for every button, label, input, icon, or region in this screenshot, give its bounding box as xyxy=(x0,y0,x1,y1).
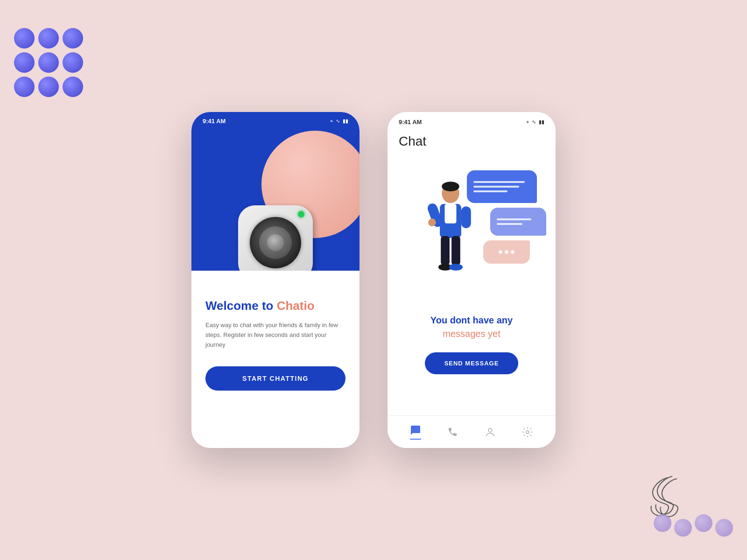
brand-name: Chatio xyxy=(277,299,315,313)
svg-rect-3 xyxy=(445,204,457,224)
bubble-line xyxy=(497,223,522,225)
chat-empty-state: You dont have any messages yet SEND MESS… xyxy=(388,306,556,385)
welcome-title: Welcome to Chatio xyxy=(205,299,345,313)
typing-dots xyxy=(499,250,514,254)
welcome-text: Welcome to xyxy=(205,299,277,313)
battery-icon: ▮▮ xyxy=(343,118,348,124)
phone1-welcome: 9:41 AM ⌖ ∿ ▮▮ xyxy=(191,112,359,448)
send-message-button[interactable]: SEND MESSAGE xyxy=(425,352,518,374)
settings-nav-icon xyxy=(522,427,533,438)
camera-device-illustration xyxy=(233,205,317,271)
chat-illustration xyxy=(388,156,556,306)
time-phone1: 9:41 AM xyxy=(203,118,226,125)
wifi-icon: ∿ xyxy=(336,118,340,124)
start-chatting-button[interactable]: START CHATTING xyxy=(205,366,345,391)
bubble-line xyxy=(473,181,525,183)
nav-chat[interactable] xyxy=(410,425,421,440)
wifi-icon-2: ∿ xyxy=(532,119,536,125)
deco-ball-sm xyxy=(715,519,733,537)
bluetooth-icon-2: ⌖ xyxy=(526,119,529,125)
camera-lens-core xyxy=(267,234,284,251)
bottom-navigation xyxy=(388,415,556,448)
deco-ball xyxy=(63,28,83,49)
time-phone2: 9:41 AM xyxy=(399,119,422,126)
deco-ball xyxy=(63,52,83,73)
svg-point-11 xyxy=(488,428,492,432)
nav-phone[interactable] xyxy=(447,427,458,438)
deco-ball xyxy=(14,28,35,49)
deco-ball xyxy=(14,77,35,97)
status-icons-phone1: ⌖ ∿ ▮▮ xyxy=(330,118,348,124)
deco-ball-sm xyxy=(674,519,692,537)
welcome-description: Easy way to chat with your friends & fam… xyxy=(205,321,345,350)
svg-point-1 xyxy=(442,182,459,191)
phone2-chat: 9:41 AM ⌖ ∿ ▮▮ Chat xyxy=(388,112,556,448)
svg-point-9 xyxy=(449,264,463,271)
camera-body xyxy=(238,205,313,271)
empty-message-line1: You dont have any xyxy=(402,315,542,326)
deco-balls-bottomright xyxy=(654,514,733,537)
camera-green-dot xyxy=(298,211,304,217)
phone1-top-section: 9:41 AM ⌖ ∿ ▮▮ xyxy=(191,112,359,271)
empty-message-line2: messages yet xyxy=(402,329,542,339)
speech-bubble-large xyxy=(467,170,537,203)
svg-point-12 xyxy=(526,431,529,434)
status-icons-phone2: ⌖ ∿ ▮▮ xyxy=(526,119,544,125)
bubble-line xyxy=(497,218,531,220)
deco-ball xyxy=(38,52,59,73)
bubble-line xyxy=(473,190,507,192)
nav-profile[interactable] xyxy=(485,427,496,438)
deco-ball xyxy=(38,77,59,97)
deco-ball-sm xyxy=(654,514,671,532)
svg-rect-5 xyxy=(461,206,471,228)
camera-lens-inner xyxy=(259,226,292,259)
chat-nav-icon xyxy=(410,425,421,436)
svg-rect-6 xyxy=(441,236,450,265)
svg-point-10 xyxy=(428,218,436,226)
chat-header: Chat xyxy=(388,129,556,156)
svg-rect-7 xyxy=(451,236,460,265)
battery-icon-2: ▮▮ xyxy=(539,119,544,125)
phones-wrapper: 9:41 AM ⌖ ∿ ▮▮ xyxy=(191,112,556,448)
status-bar-phone2: 9:41 AM ⌖ ∿ ▮▮ xyxy=(388,112,556,129)
deco-ball-sm xyxy=(695,514,712,532)
speech-bubble-medium xyxy=(490,208,546,236)
deco-grid-topleft xyxy=(14,28,83,97)
phone-nav-icon xyxy=(447,427,458,438)
bluetooth-icon: ⌖ xyxy=(330,118,333,124)
profile-nav-icon xyxy=(485,427,496,438)
status-bar-phone1: 9:41 AM ⌖ ∿ ▮▮ xyxy=(191,112,359,128)
chat-page-title: Chat xyxy=(399,134,544,149)
speech-bubble-typing xyxy=(483,240,530,264)
deco-ball xyxy=(14,52,35,73)
nav-settings[interactable] xyxy=(522,427,533,438)
deco-ball xyxy=(38,28,59,49)
camera-lens-outer xyxy=(250,217,301,268)
deco-ball xyxy=(63,77,83,97)
bubble-line xyxy=(473,186,519,188)
phone1-bottom-section: Welcome to Chatio Easy way to chat with … xyxy=(191,271,359,405)
